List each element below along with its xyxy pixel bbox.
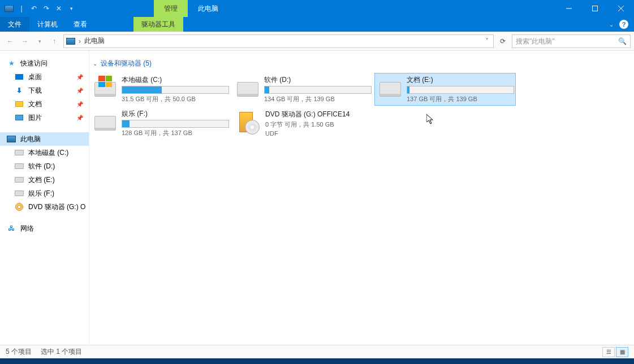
manage-tab[interactable]: 管理 xyxy=(154,0,188,17)
sidebar-item-label: 文档 xyxy=(28,99,42,109)
sidebar-documents[interactable]: 文档 📌 xyxy=(0,97,89,111)
view-tab[interactable]: 查看 xyxy=(66,17,95,32)
status-bar: 5 个项目 选中 1 个项目 ☰ ▦ xyxy=(0,345,634,358)
qat-dropdown-icon[interactable]: ▾ xyxy=(66,3,77,14)
download-icon: ⬇ xyxy=(15,86,24,95)
pin-icon: 📌 xyxy=(76,88,83,94)
drive-c[interactable]: 本地磁盘 (C:) 31.5 GB 可用，共 50.0 GB xyxy=(89,73,231,106)
drive-f[interactable]: 娱乐 (F:) 128 GB 可用，共 137 GB xyxy=(89,107,231,140)
drive-name: 软件 (D:) xyxy=(264,75,372,85)
status-selected-count: 选中 1 个项目 xyxy=(41,347,82,357)
help-icon[interactable]: ? xyxy=(619,20,628,29)
sidebar-item-label: 快速访问 xyxy=(20,59,48,68)
breadcrumb[interactable]: 此电脑 xyxy=(84,36,480,46)
sidebar-drive-f[interactable]: 娱乐 (F:) xyxy=(0,187,89,200)
search-input[interactable] xyxy=(516,37,618,45)
sidebar-item-label: 本地磁盘 (C:) xyxy=(28,148,68,158)
sidebar-item-label: 网络 xyxy=(20,224,34,233)
drive-status: 137 GB 可用，共 139 GB xyxy=(407,95,514,103)
drive-name: 娱乐 (F:) xyxy=(122,109,229,119)
group-title: 设备和驱动器 (5) xyxy=(101,59,152,68)
desktop-icon xyxy=(15,74,23,80)
recent-dropdown[interactable]: ▾ xyxy=(33,34,46,48)
sidebar-item-label: 软件 (D:) xyxy=(28,162,55,171)
drive-icon xyxy=(237,82,258,97)
sidebar-drive-e[interactable]: 文档 (E:) xyxy=(0,173,89,187)
file-tab[interactable]: 文件 xyxy=(0,17,29,32)
group-header-devices[interactable]: ⌄ 设备和驱动器 (5) xyxy=(89,57,628,73)
forward-button[interactable]: → xyxy=(18,34,32,48)
drive-d[interactable]: 软件 (D:) 134 GB 可用，共 139 GB xyxy=(232,73,373,106)
drive-icon xyxy=(94,82,116,97)
back-button[interactable]: ← xyxy=(3,34,17,48)
drive-name: 本地磁盘 (C:) xyxy=(122,75,229,85)
refresh-button[interactable]: ⟳ xyxy=(496,34,510,48)
drive-name: DVD 驱动器 (G:) OFFICE14 xyxy=(265,110,368,119)
search-box[interactable]: 🔍 xyxy=(512,34,631,48)
storage-bar xyxy=(122,120,229,128)
svg-rect-1 xyxy=(593,6,598,11)
drive-filesystem: UDF xyxy=(265,130,368,137)
close-icon xyxy=(618,6,624,11)
content-pane: ⌄ 设备和驱动器 (5) 本地磁盘 (C:) 31.5 GB 可用，共 50.0… xyxy=(89,51,634,345)
dvd-icon xyxy=(15,203,23,211)
drive-icon xyxy=(94,116,116,131)
computer-tab[interactable]: 计算机 xyxy=(29,17,66,32)
minimize-icon xyxy=(566,6,572,11)
window-title: 此电脑 xyxy=(188,0,228,17)
sidebar-desktop[interactable]: 桌面 📌 xyxy=(0,70,89,84)
sidebar-drive-c[interactable]: 本地磁盘 (C:) xyxy=(0,146,89,159)
app-icon[interactable] xyxy=(3,3,15,14)
sidebar-drive-d[interactable]: 软件 (D:) xyxy=(0,159,89,173)
quick-access-toolbar: | ↶ ↷ ✕ ▾ xyxy=(0,0,80,17)
sidebar-this-pc[interactable]: 此电脑 xyxy=(0,132,89,146)
chevron-down-icon: ⌄ xyxy=(93,60,97,67)
drive-status: 134 GB 可用，共 139 GB xyxy=(264,95,372,103)
sidebar-pictures[interactable]: 图片 📌 xyxy=(0,111,89,124)
sidebar-item-label: 娱乐 (F:) xyxy=(28,189,54,198)
undo-icon[interactable]: ↶ xyxy=(28,3,40,14)
details-view-button[interactable]: ☰ xyxy=(602,347,615,357)
pictures-icon xyxy=(15,115,23,120)
ribbon-tabs: 文件 计算机 查看 驱动器工具 ⌄ ? xyxy=(0,17,634,32)
sidebar-downloads[interactable]: ⬇ 下载 📌 xyxy=(0,84,89,97)
maximize-button[interactable] xyxy=(582,0,608,17)
navigation-pane: ★ 快速访问 桌面 📌 ⬇ 下载 📌 文档 📌 图片 📌 xyxy=(0,51,89,345)
minimize-button[interactable] xyxy=(556,0,582,17)
sidebar-item-label: 桌面 xyxy=(28,72,42,82)
address-dropdown-icon[interactable]: ˅ xyxy=(483,37,491,45)
maximize-icon xyxy=(592,6,598,11)
disk-icon xyxy=(15,190,24,196)
drive-status: 0 字节 可用，共 1.50 GB xyxy=(265,120,368,129)
window-controls xyxy=(556,0,634,17)
up-button[interactable]: ↑ xyxy=(48,34,61,48)
storage-bar xyxy=(122,86,229,94)
drive-g[interactable]: DVD 驱动器 (G:) OFFICE14 0 字节 可用，共 1.50 GB … xyxy=(232,107,373,140)
address-bar[interactable]: › 此电脑 ˅ xyxy=(63,34,494,48)
sidebar-drive-g[interactable]: DVD 驱动器 (G:) O xyxy=(0,200,89,214)
sidebar-item-label: 此电脑 xyxy=(20,135,41,144)
taskbar xyxy=(0,358,634,364)
close-button[interactable] xyxy=(608,0,634,17)
storage-bar xyxy=(264,86,372,94)
drive-status: 31.5 GB 可用，共 50.0 GB xyxy=(122,95,229,103)
icons-view-button[interactable]: ▦ xyxy=(616,347,628,357)
drive-icon xyxy=(379,82,401,97)
pin-icon: 📌 xyxy=(76,115,83,121)
delete-icon[interactable]: ✕ xyxy=(53,3,64,14)
sidebar-network[interactable]: 🖧 网络 xyxy=(0,222,89,235)
windows-logo-icon xyxy=(98,76,112,87)
sidebar-item-label: 下载 xyxy=(28,86,42,96)
drive-e[interactable]: 文档 (E:) 137 GB 可用，共 139 GB xyxy=(374,73,516,106)
redo-icon[interactable]: ↷ xyxy=(41,3,52,14)
disk-icon xyxy=(15,177,24,183)
sidebar-item-label: 文档 (E:) xyxy=(28,175,55,185)
disk-icon xyxy=(15,150,24,155)
sidebar-quick-access[interactable]: ★ 快速访问 xyxy=(0,57,89,70)
disk-icon xyxy=(15,163,24,169)
search-icon[interactable]: 🔍 xyxy=(618,37,627,45)
drive-tools-tab[interactable]: 驱动器工具 xyxy=(133,17,183,32)
ribbon-expand-icon[interactable]: ⌄ xyxy=(609,21,614,28)
pin-icon: 📌 xyxy=(76,74,83,80)
storage-bar xyxy=(407,86,514,94)
